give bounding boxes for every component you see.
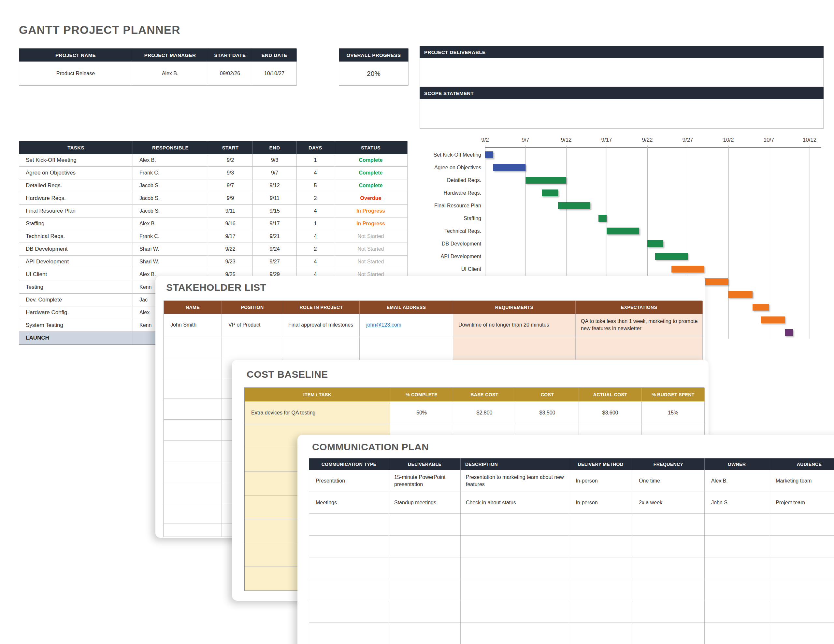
empty-cell[interactable] xyxy=(769,557,834,579)
empty-cell[interactable] xyxy=(632,536,705,557)
empty-cell[interactable] xyxy=(569,514,632,536)
project-start-date-cell[interactable]: 09/02/26 xyxy=(208,61,252,86)
comm-type-cell[interactable]: Presentation xyxy=(309,470,389,492)
task-cell[interactable]: Technical Reqs. xyxy=(19,230,133,243)
days-cell[interactable]: 2 xyxy=(297,243,334,256)
empty-cell[interactable] xyxy=(309,623,389,644)
overall-progress-value[interactable]: 20% xyxy=(339,61,409,86)
end-cell[interactable]: 9/3 xyxy=(253,154,297,167)
empty-cell[interactable] xyxy=(453,336,575,357)
comm-delivery-method-cell[interactable]: In-person xyxy=(569,492,632,514)
empty-cell[interactable] xyxy=(705,514,769,536)
empty-cell[interactable] xyxy=(389,579,461,601)
start-cell[interactable]: 9/3 xyxy=(208,167,253,179)
stakeholder-expectations-cell[interactable]: QA to take less than 1 week, marketing t… xyxy=(575,314,703,336)
empty-cell[interactable] xyxy=(632,579,705,601)
responsible-cell[interactable]: Shari W. xyxy=(133,243,208,256)
empty-cell[interactable] xyxy=(461,579,569,601)
task-cell[interactable]: Set Kick-Off Meeting xyxy=(19,154,133,167)
scope-statement-content[interactable] xyxy=(420,99,824,129)
empty-cell[interactable] xyxy=(632,623,705,644)
cost-pct-budget-cell[interactable]: 15% xyxy=(642,402,705,424)
empty-cell[interactable] xyxy=(222,336,283,357)
empty-cell[interactable] xyxy=(769,601,834,623)
cost-base-cost-cell[interactable]: $2,800 xyxy=(453,402,516,424)
empty-cell[interactable] xyxy=(283,336,360,357)
empty-cell[interactable] xyxy=(769,514,834,536)
project-manager-cell[interactable]: Alex B. xyxy=(132,61,208,86)
empty-cell[interactable] xyxy=(569,623,632,644)
empty-cell[interactable] xyxy=(164,524,222,537)
stakeholder-requirements-cell[interactable]: Downtime of no longer than 20 minutes xyxy=(453,314,575,336)
empty-cell[interactable] xyxy=(575,336,703,357)
days-cell[interactable]: 4 xyxy=(297,256,334,268)
days-cell[interactable]: 2 xyxy=(297,192,334,205)
empty-cell[interactable] xyxy=(569,579,632,601)
empty-cell[interactable] xyxy=(164,441,222,462)
empty-cell[interactable] xyxy=(164,336,222,357)
comm-owner-cell[interactable]: John S. xyxy=(705,492,769,514)
project-name-cell[interactable]: Product Release xyxy=(19,61,132,86)
responsible-cell[interactable]: Alex B. xyxy=(133,154,208,167)
start-cell[interactable]: 9/2 xyxy=(208,154,253,167)
empty-cell[interactable] xyxy=(569,557,632,579)
task-cell[interactable]: API Development xyxy=(19,256,133,268)
end-cell[interactable]: 9/24 xyxy=(253,243,297,256)
task-cell[interactable]: Dev. Complete xyxy=(19,294,133,307)
start-cell[interactable]: 9/9 xyxy=(208,192,253,205)
task-cell[interactable]: Testing xyxy=(19,281,133,294)
end-cell[interactable]: 9/21 xyxy=(253,230,297,243)
empty-cell[interactable] xyxy=(705,557,769,579)
comm-deliverable-cell[interactable]: Standup meetings xyxy=(389,492,461,514)
empty-cell[interactable] xyxy=(705,536,769,557)
empty-cell[interactable] xyxy=(309,579,389,601)
empty-cell[interactable] xyxy=(569,601,632,623)
cost-cost-cell[interactable]: $3,500 xyxy=(516,402,579,424)
stakeholder-position-cell[interactable]: VP of Product xyxy=(222,314,283,336)
stakeholder-name-cell[interactable]: John Smith xyxy=(164,314,222,336)
comm-frequency-cell[interactable]: One time xyxy=(632,470,705,492)
start-cell[interactable]: 9/11 xyxy=(208,205,253,218)
responsible-cell[interactable]: Jacob S. xyxy=(133,192,208,205)
empty-cell[interactable] xyxy=(461,623,569,644)
end-cell[interactable]: 9/11 xyxy=(253,192,297,205)
start-cell[interactable]: 9/17 xyxy=(208,230,253,243)
comm-frequency-cell[interactable]: 2x a week xyxy=(632,492,705,514)
end-cell[interactable]: 9/27 xyxy=(253,256,297,268)
project-end-date-cell[interactable]: 10/10/27 xyxy=(252,61,297,86)
email-link[interactable]: john@123.com xyxy=(366,322,401,328)
empty-cell[interactable] xyxy=(164,399,222,420)
days-cell[interactable]: 4 xyxy=(297,205,334,218)
task-cell[interactable]: System Testing xyxy=(19,319,133,332)
project-deliverable-content[interactable] xyxy=(420,58,824,87)
empty-cell[interactable] xyxy=(705,579,769,601)
task-cell[interactable]: Staffing xyxy=(19,218,133,230)
empty-cell[interactable] xyxy=(769,536,834,557)
responsible-cell[interactable]: Jacob S. xyxy=(133,179,208,192)
empty-cell[interactable] xyxy=(389,514,461,536)
empty-cell[interactable] xyxy=(389,557,461,579)
end-cell[interactable]: 9/15 xyxy=(253,205,297,218)
empty-cell[interactable] xyxy=(389,536,461,557)
comm-delivery-method-cell[interactable]: In-person xyxy=(569,470,632,492)
empty-cell[interactable] xyxy=(705,601,769,623)
days-cell[interactable]: 4 xyxy=(297,230,334,243)
responsible-cell[interactable]: Frank C. xyxy=(133,230,208,243)
empty-cell[interactable] xyxy=(164,482,222,503)
days-cell[interactable]: 4 xyxy=(297,167,334,179)
end-cell[interactable]: 9/7 xyxy=(253,167,297,179)
end-cell[interactable]: 9/17 xyxy=(253,218,297,230)
empty-cell[interactable] xyxy=(461,514,569,536)
empty-cell[interactable] xyxy=(309,557,389,579)
comm-description-cell[interactable]: Presentation to marketing team about new… xyxy=(461,470,569,492)
empty-cell[interactable] xyxy=(769,623,834,644)
empty-cell[interactable] xyxy=(164,462,222,482)
responsible-cell[interactable]: Jacob S. xyxy=(133,205,208,218)
empty-cell[interactable] xyxy=(389,601,461,623)
empty-cell[interactable] xyxy=(632,514,705,536)
empty-cell[interactable] xyxy=(569,536,632,557)
task-cell[interactable]: Final Resource Plan xyxy=(19,205,133,218)
comm-type-cell[interactable]: Meetings xyxy=(309,492,389,514)
end-cell[interactable]: 9/12 xyxy=(253,179,297,192)
comm-owner-cell[interactable]: Alex B. xyxy=(705,470,769,492)
